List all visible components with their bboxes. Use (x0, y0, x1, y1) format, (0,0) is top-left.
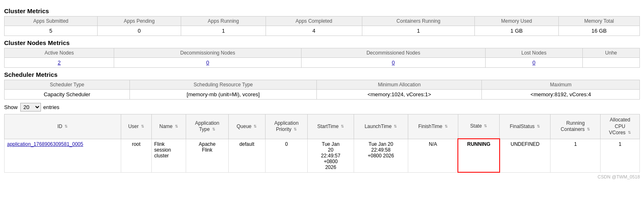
th-final-status[interactable]: FinalStatus ⇅ (500, 114, 551, 139)
col-minimum-allocation: Minimum Allocation (317, 80, 482, 90)
val-decommissioning-nodes: 0 (114, 58, 302, 68)
th-running-containers[interactable]: RunningContainers ⇅ (551, 114, 601, 139)
cluster-metrics-section: Cluster Metrics Apps Submitted Apps Pend… (4, 7, 640, 36)
watermark: CSDN @TWM_0518 (4, 174, 640, 179)
cell-name: Flinksessioncluster (151, 139, 186, 172)
sort-state-icon: ⇅ (484, 124, 487, 129)
val-active-nodes: 2 (5, 58, 114, 68)
scheduler-metrics-title: Scheduler Metrics (4, 71, 640, 78)
val-unhe (582, 58, 639, 68)
val-lost-nodes: 0 (485, 58, 582, 68)
sort-launchtime-icon: ⇅ (394, 124, 397, 129)
val-apps-running: 1 (181, 26, 266, 36)
app-id-link[interactable]: application_1768906309581_0005 (7, 141, 83, 147)
col-maximum: Maximum (482, 80, 640, 90)
val-apps-pending: 0 (97, 26, 181, 36)
sort-finishtime-icon: ⇅ (445, 124, 448, 129)
val-memory-total: 16 GB (558, 26, 639, 36)
cell-queue: default (228, 139, 265, 172)
th-start-time[interactable]: StartTime ⇅ (308, 114, 354, 139)
col-decommissioning-nodes: Decommissioning Nodes (114, 48, 302, 58)
th-finish-time[interactable]: FinishTime ⇅ (408, 114, 458, 139)
col-apps-completed: Apps Completed (266, 17, 362, 26)
val-scheduler-type: Capacity Scheduler (5, 90, 130, 100)
val-apps-submitted: 5 (5, 26, 98, 36)
cell-id: application_1768906309581_0005 (5, 139, 121, 172)
th-queue[interactable]: Queue ⇅ (228, 114, 265, 139)
show-entries-control: Show 20 10 25 50 100 entries (4, 103, 640, 112)
val-minimum-allocation: <memory:1024, vCores:1> (317, 90, 482, 100)
sort-name-icon: ⇅ (175, 124, 178, 129)
val-apps-completed: 4 (266, 26, 362, 36)
sort-queue-icon: ⇅ (254, 124, 257, 129)
th-state[interactable]: State ⇅ (458, 114, 499, 139)
col-unhe: Unhe (582, 48, 639, 58)
cell-user: root (121, 139, 151, 172)
th-user[interactable]: User ⇅ (121, 114, 151, 139)
cluster-metrics-table: Apps Submitted Apps Pending Apps Running… (4, 16, 640, 36)
th-app-priority[interactable]: ApplicationPriority ⇅ (265, 114, 308, 139)
sort-apptype-icon: ⇅ (212, 127, 215, 132)
scheduler-metrics-table: Scheduler Type Scheduling Resource Type … (4, 80, 640, 100)
col-apps-pending: Apps Pending (97, 17, 181, 26)
cluster-nodes-metrics-table: Active Nodes Decommissioning Nodes Decom… (4, 48, 640, 68)
cell-launch-time: Tue Jan 2022:49:58+0800 2026 (354, 139, 408, 172)
col-scheduler-type: Scheduler Type (5, 80, 130, 90)
th-allocated-cpu[interactable]: AllocatedCPUVCores ⇅ (601, 114, 640, 139)
th-name[interactable]: Name ⇅ (151, 114, 186, 139)
sort-starttime-icon: ⇅ (341, 124, 344, 129)
applications-table: ID ⇅ User ⇅ Name ⇅ ApplicationType ⇅ Que… (4, 114, 640, 173)
sort-id-icon: ⇅ (65, 124, 68, 129)
entries-select[interactable]: 20 10 25 50 100 (20, 103, 41, 112)
col-apps-submitted: Apps Submitted (5, 17, 98, 26)
val-maximum: <memory:8192, vCores:4 (482, 90, 640, 100)
th-launch-time[interactable]: LaunchTime ⇅ (354, 114, 408, 139)
val-memory-used: 1 GB (475, 26, 559, 36)
col-lost-nodes: Lost Nodes (485, 48, 582, 58)
col-active-nodes: Active Nodes (5, 48, 114, 58)
cell-final-status: UNDEFINED (500, 139, 551, 172)
cell-priority: 0 (265, 139, 308, 172)
col-decommissioned-nodes: Decommissioned Nodes (302, 48, 486, 58)
sort-containers-icon: ⇅ (587, 127, 590, 132)
cell-start-time: Tue Jan2022:49:57+08002026 (308, 139, 354, 172)
scheduler-metrics-section: Scheduler Metrics Scheduler Type Schedul… (4, 71, 640, 100)
sort-priority-icon: ⇅ (294, 127, 297, 132)
cell-running-containers: 1 (551, 139, 601, 172)
cell-app-type: ApacheFlink (186, 139, 229, 172)
col-memory-total: Memory Total (558, 17, 639, 26)
col-memory-used: Memory Used (475, 17, 559, 26)
sort-user-icon: ⇅ (141, 124, 144, 129)
entries-label: entries (43, 104, 60, 110)
cell-state: RUNNING (458, 139, 499, 172)
cluster-nodes-metrics-section: Cluster Nodes Metrics Active Nodes Decom… (4, 39, 640, 68)
val-containers-running: 1 (362, 26, 475, 36)
th-app-type[interactable]: ApplicationType ⇅ (186, 114, 229, 139)
th-id[interactable]: ID ⇅ (5, 114, 121, 139)
show-label: Show (4, 104, 18, 110)
cluster-nodes-metrics-title: Cluster Nodes Metrics (4, 39, 640, 46)
col-containers-running: Containers Running (362, 17, 475, 26)
col-scheduling-resource-type: Scheduling Resource Type (130, 80, 317, 90)
val-scheduling-resource-type: [memory-mb (unit=Mi), vcores] (130, 90, 317, 100)
col-apps-running: Apps Running (181, 17, 266, 26)
val-decommissioned-nodes: 0 (302, 58, 486, 68)
table-row: application_1768906309581_0005 root Flin… (5, 139, 640, 172)
sort-finalstatus-icon: ⇅ (537, 124, 540, 129)
cell-allocated-cpu: 1 (601, 139, 640, 172)
cluster-metrics-title: Cluster Metrics (4, 7, 640, 14)
sort-cpu-icon: ⇅ (628, 131, 631, 135)
cell-finish-time: N/A (408, 139, 458, 172)
